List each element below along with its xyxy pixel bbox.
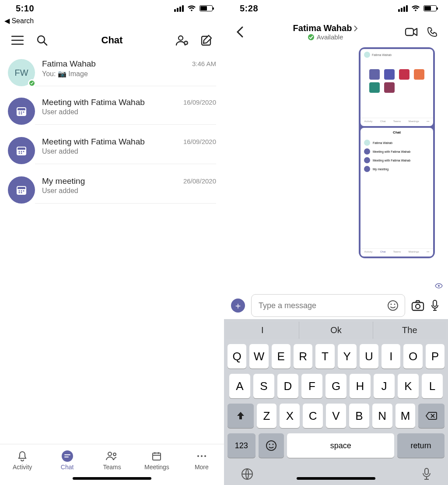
chat-row-meeting-1[interactable]: Meeting with Fatima Wahab 16/09/2020 Use… bbox=[8, 91, 216, 131]
emoji-keyboard-key[interactable] bbox=[259, 433, 284, 458]
tab-label: Teams bbox=[103, 464, 121, 471]
backspace-key[interactable] bbox=[418, 404, 444, 428]
camera-icon[interactable] bbox=[411, 300, 424, 311]
page-title: Chat bbox=[60, 35, 164, 46]
key-w[interactable]: W bbox=[249, 344, 268, 369]
chat-list: FW Fatima Wahab 3:46 AM You: 📷 Image Mee… bbox=[0, 53, 224, 444]
tab-more[interactable]: More bbox=[179, 450, 224, 485]
emoji-icon[interactable] bbox=[387, 300, 399, 311]
dictation-key[interactable] bbox=[422, 467, 431, 481]
key-m[interactable]: M bbox=[396, 404, 416, 428]
svg-rect-41 bbox=[433, 300, 437, 306]
suggestion[interactable]: I bbox=[226, 322, 299, 339]
add-contact-icon[interactable] bbox=[175, 33, 189, 47]
chat-time: 16/09/2020 bbox=[183, 98, 216, 108]
status-icons bbox=[174, 5, 213, 12]
key-o[interactable]: O bbox=[403, 344, 422, 369]
key-f[interactable]: F bbox=[301, 374, 322, 398]
add-attachment-button[interactable]: ＋ bbox=[231, 299, 245, 313]
key-n[interactable]: N bbox=[372, 404, 392, 428]
audio-call-icon[interactable] bbox=[425, 25, 439, 39]
key-j[interactable]: J bbox=[374, 374, 395, 398]
sent-image-message[interactable]: Fatima Wahab ActivityChatTeamsMeetings••… bbox=[359, 47, 435, 258]
svg-point-24 bbox=[21, 190, 22, 192]
key-z[interactable]: Z bbox=[257, 404, 277, 428]
compose-icon[interactable] bbox=[200, 33, 214, 47]
svg-point-32 bbox=[201, 455, 203, 457]
space-key[interactable]: space bbox=[287, 433, 394, 458]
svg-point-28 bbox=[108, 452, 112, 456]
key-e[interactable]: E bbox=[272, 344, 290, 369]
svg-point-15 bbox=[19, 151, 20, 152]
numbers-key[interactable]: 123 bbox=[228, 433, 256, 458]
video-call-icon[interactable] bbox=[404, 25, 418, 39]
key-d[interactable]: D bbox=[277, 374, 298, 398]
compose-row: ＋ bbox=[224, 292, 448, 319]
svg-point-31 bbox=[197, 455, 199, 457]
key-c[interactable]: C bbox=[303, 404, 323, 428]
chat-row-fatima[interactable]: FW Fatima Wahab 3:46 AM You: 📷 Image bbox=[8, 53, 216, 91]
compose-box[interactable] bbox=[251, 294, 405, 317]
key-q[interactable]: Q bbox=[228, 344, 246, 369]
key-g[interactable]: G bbox=[326, 374, 346, 398]
svg-point-44 bbox=[273, 444, 274, 445]
chat-row-meeting-2[interactable]: Meeting with Fatima Wahab 16/09/2020 Use… bbox=[8, 131, 216, 170]
home-indicator[interactable] bbox=[73, 477, 151, 480]
svg-point-8 bbox=[21, 112, 22, 113]
key-v[interactable]: V bbox=[326, 404, 346, 428]
svg-point-43 bbox=[269, 444, 270, 445]
status-text: Available bbox=[317, 33, 343, 41]
svg-point-1 bbox=[178, 36, 183, 40]
chat-preview: You: 📷 Image bbox=[42, 70, 216, 78]
svg-point-35 bbox=[438, 285, 440, 287]
key-row-1: Q W E R T Y U I O P bbox=[226, 344, 446, 369]
chat-preview: User added bbox=[42, 187, 216, 195]
suggestion[interactable]: Ok bbox=[299, 322, 373, 339]
return-key[interactable]: return bbox=[397, 433, 444, 458]
svg-point-36 bbox=[388, 301, 398, 310]
chat-row-meeting-3[interactable]: My meeting 26/08/2020 User added bbox=[8, 170, 216, 210]
mic-icon[interactable] bbox=[430, 299, 439, 312]
key-u[interactable]: U bbox=[360, 344, 378, 369]
key-s[interactable]: S bbox=[253, 374, 274, 398]
key-t[interactable]: T bbox=[315, 344, 334, 369]
tab-meetings[interactable]: Meetings bbox=[134, 450, 179, 485]
tab-teams[interactable]: Teams bbox=[90, 450, 134, 485]
back-icon[interactable] bbox=[233, 25, 247, 39]
key-p[interactable]: P bbox=[426, 344, 444, 369]
globe-key[interactable] bbox=[241, 467, 254, 481]
tab-label: Chat bbox=[61, 464, 74, 471]
tab-activity[interactable]: Activity bbox=[0, 450, 45, 485]
key-i[interactable]: I bbox=[382, 344, 400, 369]
key-a[interactable]: A bbox=[229, 374, 250, 398]
key-k[interactable]: K bbox=[398, 374, 419, 398]
status-icons bbox=[398, 5, 437, 12]
key-x[interactable]: X bbox=[280, 404, 300, 428]
conversation-body[interactable]: Fatima Wahab ActivityChatTeamsMeetings••… bbox=[224, 47, 448, 292]
contact-name[interactable]: Fatima Wahab bbox=[293, 23, 358, 33]
message-input[interactable] bbox=[258, 301, 383, 311]
tab-label: Activity bbox=[13, 464, 32, 471]
key-l[interactable]: L bbox=[422, 374, 443, 398]
breadcrumb-back[interactable]: ◀ Search bbox=[0, 17, 224, 28]
avatar-initials: FW bbox=[14, 68, 28, 78]
hamburger-icon[interactable] bbox=[10, 33, 24, 47]
svg-point-29 bbox=[113, 453, 116, 456]
svg-rect-34 bbox=[406, 28, 413, 35]
key-h[interactable]: H bbox=[350, 374, 371, 398]
chat-time: 26/08/2020 bbox=[183, 176, 216, 187]
chat-name: Meeting with Fatima Wahab bbox=[42, 137, 145, 147]
key-r[interactable]: R bbox=[294, 344, 312, 369]
svg-point-11 bbox=[21, 113, 22, 115]
home-indicator[interactable] bbox=[297, 477, 375, 480]
tab-chat[interactable]: Chat bbox=[45, 450, 89, 485]
status-bar: 5:10 bbox=[0, 0, 224, 17]
svg-point-42 bbox=[266, 441, 276, 450]
key-b[interactable]: B bbox=[349, 404, 369, 428]
shift-key[interactable] bbox=[228, 404, 254, 428]
key-y[interactable]: Y bbox=[338, 344, 357, 369]
search-icon[interactable] bbox=[35, 33, 49, 47]
suggestion[interactable]: The bbox=[373, 322, 446, 339]
key-row-4: 123 space return bbox=[226, 433, 446, 458]
key-row-3: Z X C V B N M bbox=[226, 404, 446, 428]
